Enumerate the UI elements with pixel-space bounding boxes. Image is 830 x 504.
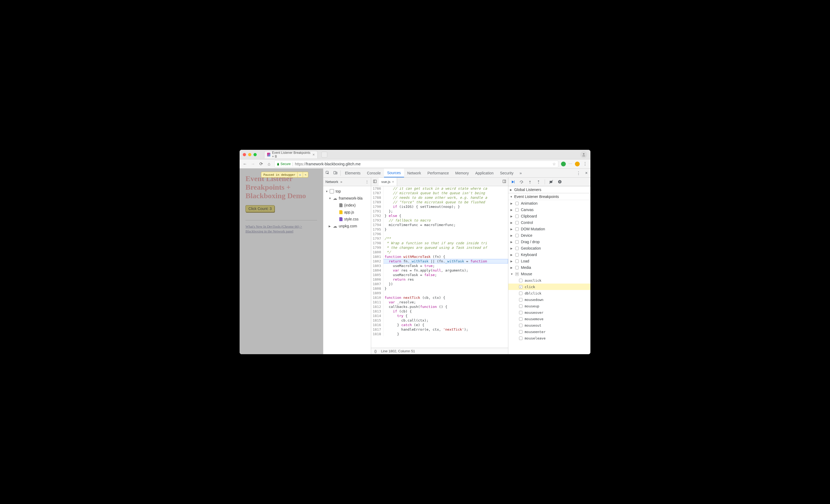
line-number[interactable]: 1798 [371,241,383,245]
elb-category[interactable]: ▶Control [508,219,590,226]
code-line[interactable]: 1802 return fn._withTask || (fn._withTas… [371,259,508,263]
devtools-tab-sources[interactable]: Sources [384,168,404,177]
elb-category[interactable]: ▼Mouse [508,271,590,277]
tree-file[interactable]: (index) [323,202,371,209]
step-into-button[interactable] [527,179,533,185]
code-line[interactable]: 1798 * Wrap a function so that if any co… [371,241,508,245]
close-tab-icon[interactable]: × [313,153,315,157]
navigator-tab-network[interactable]: Network [325,180,338,184]
code-line[interactable]: 1811 var _resolve; [371,300,508,305]
line-number[interactable]: 1791 [371,209,383,214]
reload-button[interactable]: ⟳ [258,161,264,166]
elb-event[interactable]: mousedown [508,296,590,303]
code-line[interactable]: 1813 if (cb) { [371,309,508,314]
line-number[interactable]: 1813 [371,309,383,314]
code-line[interactable]: 1817 handleError(e, ctx, 'nextTick'); [371,327,508,332]
line-number[interactable]: 1808 [371,286,383,291]
checkbox-icon[interactable] [519,298,522,302]
checkbox-icon[interactable] [515,234,519,237]
code-line[interactable]: 1805 useMacroTask = false; [371,273,508,277]
tree-host[interactable]: ▼ framework-bla [323,195,371,202]
code-line[interactable]: 1792} else { [371,214,508,218]
elb-event[interactable]: mouseover [508,309,590,316]
code-line[interactable]: 1786 // it can get stuck in a weird stat… [371,186,508,191]
line-number[interactable]: 1817 [371,327,383,332]
checkbox-icon[interactable] [519,311,522,314]
elb-category[interactable]: ▶Load [508,258,590,264]
elb-category[interactable]: ▶Geolocation [508,245,590,251]
line-number[interactable]: 1786 [371,186,383,191]
code-line[interactable]: 1807 }) [371,282,508,286]
navigator-overflow-icon[interactable]: » [341,180,342,184]
line-number[interactable]: 1818 [371,332,383,336]
code-line[interactable]: 1793 // fallback to macro [371,218,508,223]
tree-top-frame[interactable]: ▼ top [323,188,371,195]
code-line[interactable]: 1806 return res [371,277,508,282]
pane-event-listener-breakpoints[interactable]: ▼Event Listener Breakpoints [508,193,590,200]
checkbox-icon[interactable] [519,330,522,334]
inspect-element-icon[interactable] [323,171,331,176]
checkbox-icon[interactable] [519,285,522,289]
bookmark-star-icon[interactable]: ☆ [552,162,556,166]
close-editor-tab-icon[interactable]: × [392,180,394,184]
line-number[interactable]: 1807 [371,282,383,286]
tree-file[interactable]: app.js [323,209,371,216]
devtools-tab-security[interactable]: Security [497,168,517,177]
line-number[interactable]: 1787 [371,191,383,195]
device-mode-icon[interactable] [331,171,339,176]
extension-green-icon[interactable] [561,162,566,166]
elb-category[interactable]: ▶Drag / drop [508,239,590,245]
overlay-step-button[interactable]: ↷ [303,172,308,177]
line-number[interactable]: 1795 [371,227,383,232]
code-line[interactable]: 1816 } catch (e) { [371,323,508,327]
url-input[interactable]: Secure | https://framework-blackboxing.g… [274,160,558,167]
elb-event[interactable]: mouseout [508,322,590,328]
code-line[interactable]: 1788 // needs to do some other work, e.g… [371,195,508,200]
code-line[interactable]: 1800 */ [371,250,508,254]
back-button[interactable]: ← [242,162,248,166]
line-number[interactable]: 1809 [371,291,383,295]
elb-category[interactable]: ▶DOM Mutation [508,226,590,232]
elb-category[interactable]: ▶Keyboard [508,251,590,258]
code-line[interactable]: 1789 // "force" the microtask queue to b… [371,200,508,204]
elb-category[interactable]: ▶Clipboard [508,213,590,219]
line-number[interactable]: 1812 [371,305,383,309]
devtools-tab-memory[interactable]: Memory [452,168,472,177]
checkbox-icon[interactable] [515,221,519,224]
elb-event[interactable]: mouseenter [508,328,590,335]
checkbox-icon[interactable] [519,324,522,327]
code-line[interactable]: 1809 [371,291,508,295]
pane-global-listeners[interactable]: ▶Global Listeners [508,186,590,193]
code-line[interactable]: 1801function withMacroTask (fn) { [371,254,508,259]
code-line[interactable]: 1808} [371,286,508,291]
line-number[interactable]: 1800 [371,250,383,254]
home-button[interactable]: ⌂ [266,162,272,166]
code-line[interactable]: 1791 }; [371,209,508,214]
pretty-print-icon[interactable]: {} [374,349,377,353]
step-out-button[interactable] [536,179,541,185]
line-number[interactable]: 1801 [371,254,383,259]
checkbox-icon[interactable] [515,240,519,244]
line-number[interactable]: 1803 [371,263,383,268]
code-line[interactable]: 1796 [371,232,508,236]
deactivate-breakpoints-button[interactable] [548,179,554,185]
line-number[interactable]: 1804 [371,268,383,273]
checkbox-icon[interactable] [519,305,522,308]
line-number[interactable]: 1794 [371,223,383,227]
checkbox-icon[interactable] [519,317,522,321]
code-line[interactable]: 1810function nextTick (cb, ctx) { [371,295,508,300]
secure-badge[interactable]: Secure [277,162,291,166]
elb-category[interactable]: ▶Canvas [508,207,590,213]
elb-event[interactable]: mouseleave [508,335,590,341]
devtools-tab-network[interactable]: Network [404,168,424,177]
line-number[interactable]: 1816 [371,323,383,327]
checkbox-icon[interactable] [515,259,519,263]
devtools-whatsnew-link[interactable]: What's New In DevTools (Chrome 66) > Bla… [246,224,302,233]
code-line[interactable]: 1818 } [371,332,508,336]
pause-on-exceptions-button[interactable] [557,179,563,185]
code-line[interactable]: 1815 cb.call(ctx); [371,318,508,323]
code-line[interactable]: 1787 // microtask queue but the queue is… [371,191,508,195]
profile-avatar-icon[interactable] [580,151,587,158]
devtools-menu-icon[interactable]: ⋮ [574,171,582,176]
devtools-overflow-icon[interactable]: » [517,171,524,175]
